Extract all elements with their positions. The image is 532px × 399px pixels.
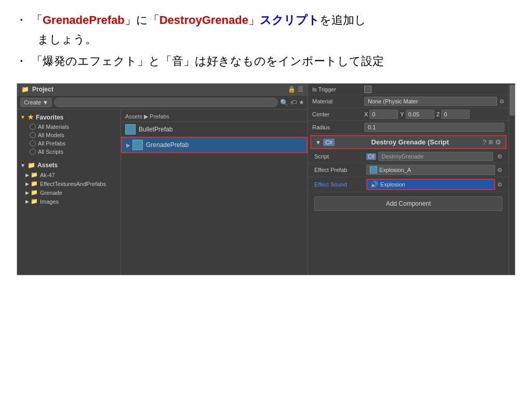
effect-sound-text: Explosion [380,181,405,188]
project-panel: 📁 Project 🔒 ☰ Create ▼ 🔍 🏷 ★ [17,84,308,275]
page-content: ・ 「GrenadePrefab」に「DestroyGrenade」スクリプトを… [0,0,532,275]
add-component-button[interactable]: Add Component [314,196,502,211]
folder-arrow: ▶ [25,190,29,195]
all-scripts-label: All Scripts [38,149,63,155]
bullet-cube-icon [125,124,136,135]
csharp-icon: C# [323,139,335,146]
radius-value[interactable]: 0.1 [364,123,504,132]
material-label: Material [312,98,364,104]
tree-item-ak47[interactable]: ▶ 📁 Ak-47 [17,170,121,179]
lock-icon: 🔒 [288,86,296,93]
search-input[interactable] [54,98,278,107]
center-z-input[interactable]: 0 [441,110,470,119]
unity-editor-panel: 📁 Project 🔒 ☰ Create ▼ 🔍 🏷 ★ [17,83,515,275]
center-y-input[interactable]: 0.05 [406,110,434,119]
create-button[interactable]: Create ▼ [20,98,52,107]
instruction-line-1: 「GrenadePrefab」に「DestroyGrenade」スクリプトを追加… [31,10,366,49]
effect-prefab-value[interactable]: Explosion_A [366,165,495,175]
folder-icon-effect: 📁 [31,180,38,187]
effect-prefab-row: Effect Prefab Explosion_A ⚙ [308,163,509,177]
folder-arrow: ▶ [25,172,29,178]
folder-icon-images: 📁 [31,198,38,205]
assets-breadcrumb: Assets ▶ Prefabs [121,112,308,122]
center-y-field: Y 0.05 [400,110,434,119]
search-icon: 🔍 [280,99,288,107]
center-xyz: X 0 Y 0.05 Z 0 [364,110,504,119]
grenade-prefab-label: GrenadePrefab [146,141,189,149]
favorites-arrow: ▼ [20,114,25,120]
tree-item-images[interactable]: ▶ 📁 Images [17,197,121,206]
material-row: Material None (Physic Mater ⚙ [308,95,509,108]
folder-icon-grenade: 📁 [31,189,38,196]
grenade-cube-icon [132,140,143,150]
bullet-1: ・ [16,10,27,30]
folder-icon: 📁 [21,86,29,93]
component-gear-icon[interactable]: ⚙ [495,138,501,146]
circle-icon [30,132,36,138]
help-icon[interactable]: ? [483,138,486,146]
script-row: Script C# DestroyGrenade ⚙ [308,150,509,163]
assets-section[interactable]: ▼ 📁 Assets [17,160,121,170]
bullet-prefab-label: BulletPrefab [139,126,172,133]
grenade-prefab-highlight: GrenadePrefab [43,14,125,26]
scrollbar-thumb[interactable] [510,85,515,116]
inspector-scrollbar[interactable] [509,84,515,275]
folder-arrow: ▶ [25,181,29,187]
script-cs-badge: C# [366,153,376,160]
layout-icon[interactable]: ⊞ [488,139,493,145]
instruction-block: ・ 「GrenadePrefab」に「DestroyGrenade」スクリプトを… [16,10,516,71]
asset-bullet-prefab[interactable]: BulletPrefab [121,122,308,137]
effect-sound-label: Effect Sound [314,181,366,188]
tree-item-effecttextures[interactable]: ▶ 📁 EffectTexturesAndPrefabs [17,179,121,188]
images-label: Images [40,198,59,205]
favorites-star-icon: ★ [28,113,34,121]
tree-item-all-scripts[interactable]: All Scripts [17,148,121,156]
script-gear-icon[interactable]: ⚙ [497,153,502,160]
star-filter-icon: ★ [299,99,304,106]
favorites-label: Favorites [36,114,63,121]
tree-item-all-materials[interactable]: All Materials [17,123,121,131]
circle-icon [30,124,36,130]
assets-pane: Assets ▶ Prefabs BulletPrefab ▶ GrenadeP… [121,110,308,275]
y-label: Y [400,111,404,117]
prefab-cube-icon [370,166,377,174]
center-x-input[interactable]: 0 [369,110,398,119]
z-label: Z [436,111,440,117]
is-trigger-checkbox[interactable] [364,86,371,93]
circle-icon [30,140,36,147]
all-models-label: All Models [38,132,64,138]
script-label: Script [314,153,366,159]
prefab-gear-icon[interactable]: ⚙ [497,167,502,174]
project-toolbar: Create ▼ 🔍 🏷 ★ [17,96,308,110]
triangle-icon: ▼ [315,139,321,145]
assets-label: Assets [37,162,58,169]
grenade-play-arrow: ▶ [126,142,130,148]
material-value: None (Physic Mater [364,97,497,106]
radius-label: Radius [312,124,364,130]
radius-row: Radius 0.1 [308,121,509,134]
component-title: Destroy Grenade (Script [338,138,483,146]
all-prefabs-label: All Prefabs [38,140,65,147]
effect-prefab-label: Effect Prefab [314,167,366,173]
sound-gear-icon[interactable]: ⚙ [497,181,502,188]
script-highlight: スクリプト [260,14,320,26]
menu-icon: ☰ [298,86,303,93]
tree-item-all-models[interactable]: All Models [17,131,121,139]
all-materials-label: All Materials [38,124,69,130]
bullet-2: ・ [16,51,27,71]
tree-item-grenade[interactable]: ▶ 📁 Grenade [17,188,121,197]
tree-item-all-prefabs[interactable]: All Prefabs [17,139,121,148]
is-trigger-label: Is Trigger [312,86,364,92]
asset-grenade-prefab[interactable]: ▶ GrenadePrefab [121,137,308,153]
effect-sound-value[interactable]: 🔊 Explosion [366,179,495,190]
instruction-line-2: 「爆発のエフェクト」と「音」は好きなものをインポートして設定 [31,51,384,71]
project-title: Project [32,86,285,93]
header-icons: 🔒 ☰ [288,86,303,93]
is-trigger-row: Is Trigger [308,84,509,95]
folder-arrow: ▶ [25,199,29,204]
material-gear-icon[interactable]: ⚙ [499,98,504,105]
center-x-field: X 0 [364,110,398,119]
destroy-grenade-highlight: DestroyGrenade [159,14,248,26]
tag-icon: 🏷 [290,99,297,106]
favorites-section[interactable]: ▼ ★ Favorites [17,112,121,123]
